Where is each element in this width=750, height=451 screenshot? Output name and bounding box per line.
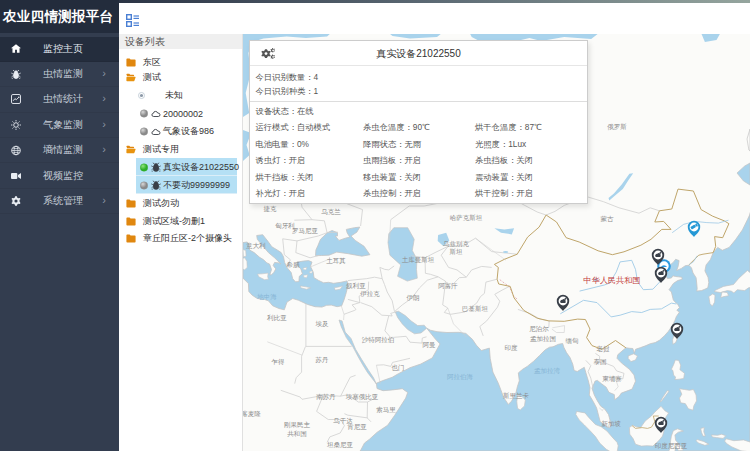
svg-text:伊拉克: 伊拉克 (360, 290, 380, 298)
svg-text:巴基斯坦: 巴基斯坦 (462, 305, 489, 312)
svg-text:乌克兰: 乌克兰 (321, 208, 341, 216)
svg-text:捷克: 捷克 (264, 205, 278, 213)
svg-text:尼泊尔: 尼泊尔 (529, 325, 549, 333)
svg-text:阿拉伯海: 阿拉伯海 (447, 373, 474, 381)
svg-text:阿富汗: 阿富汗 (438, 282, 458, 290)
svg-text:泰国: 泰国 (594, 358, 607, 366)
svg-text:喀麦隆: 喀麦隆 (243, 410, 261, 418)
svg-text:土库曼斯坦: 土库曼斯坦 (402, 256, 435, 264)
svg-text:埃塞俄比亚: 埃塞俄比亚 (345, 393, 379, 401)
svg-text:苏丹: 苏丹 (315, 356, 330, 364)
svg-text:伊朗: 伊朗 (407, 294, 420, 302)
svg-text:俄罗斯: 俄罗斯 (607, 123, 627, 131)
svg-text:南苏丹: 南苏丹 (316, 393, 336, 401)
svg-text:新加坡: 新加坡 (601, 420, 621, 427)
svg-text:缅甸: 缅甸 (566, 337, 579, 344)
svg-text:柬埔寨: 柬埔寨 (602, 375, 622, 382)
svg-text:老挝: 老挝 (597, 345, 611, 353)
svg-text:蒙古: 蒙古 (601, 215, 615, 223)
svg-text:埃及: 埃及 (315, 320, 330, 327)
svg-text:地中海: 地中海 (257, 293, 277, 301)
svg-text:意大利: 意大利 (245, 242, 266, 249)
svg-text:叙利亚: 叙利亚 (345, 282, 366, 290)
svg-text:刚果民主: 刚果民主 (284, 421, 311, 429)
svg-text:坦桑尼亚: 坦桑尼亚 (326, 441, 354, 448)
svg-text:罗马尼亚: 罗马尼亚 (292, 227, 319, 235)
svg-text:中华人民共和国: 中华人民共和国 (583, 276, 640, 285)
svg-text:印度尼西亚: 印度尼西亚 (655, 442, 688, 450)
svg-text:斯坦: 斯坦 (450, 248, 464, 255)
svg-text:也门: 也门 (392, 364, 405, 371)
svg-text:沙特阿拉伯: 沙特阿拉伯 (362, 336, 395, 344)
svg-text:斯里兰卡: 斯里兰卡 (503, 392, 530, 399)
svg-text:土耳其: 土耳其 (326, 257, 346, 265)
svg-text:孟加拉湾: 孟加拉湾 (534, 367, 561, 375)
svg-text:孟加拉国: 孟加拉国 (530, 335, 556, 342)
svg-text:索马里: 索马里 (376, 406, 396, 413)
svg-text:乌兹别克: 乌兹别克 (443, 240, 470, 248)
svg-text:阿曼: 阿曼 (423, 341, 437, 349)
svg-text:肯尼亚: 肯尼亚 (347, 423, 367, 430)
svg-text:共和国: 共和国 (287, 430, 307, 438)
svg-text:乍得: 乍得 (271, 358, 286, 366)
svg-text:希腊: 希腊 (287, 261, 301, 268)
svg-text:印度: 印度 (505, 344, 519, 352)
svg-text:哈萨克斯坦: 哈萨克斯坦 (450, 214, 483, 222)
svg-text:利比亚: 利比亚 (266, 314, 287, 321)
svg-text:乌干达: 乌干达 (333, 417, 353, 425)
